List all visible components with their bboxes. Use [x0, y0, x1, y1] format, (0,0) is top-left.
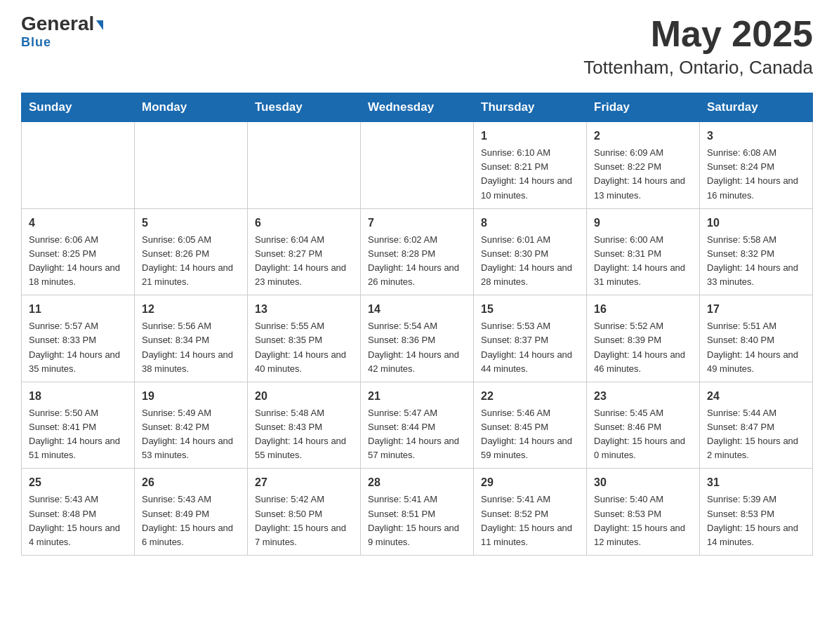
day-info: Sunrise: 5:43 AMSunset: 8:49 PMDaylight:…: [142, 492, 240, 549]
calendar-cell: 31Sunrise: 5:39 AMSunset: 8:53 PMDayligh…: [700, 469, 813, 556]
calendar-cell: 21Sunrise: 5:47 AMSunset: 8:44 PMDayligh…: [361, 382, 474, 469]
day-number: 7: [368, 215, 466, 232]
calendar-cell: 26Sunrise: 5:43 AMSunset: 8:49 PMDayligh…: [135, 469, 248, 556]
weekday-header-saturday: Saturday: [700, 93, 813, 122]
calendar-table: SundayMondayTuesdayWednesdayThursdayFrid…: [21, 93, 813, 556]
day-number: 31: [707, 474, 805, 491]
day-number: 28: [368, 474, 466, 491]
logo-blue-text: Blue: [21, 35, 51, 50]
calendar-cell: 7Sunrise: 6:02 AMSunset: 8:28 PMDaylight…: [361, 208, 474, 295]
calendar-cell: 1Sunrise: 6:10 AMSunset: 8:21 PMDaylight…: [474, 122, 587, 209]
calendar-cell: 4Sunrise: 6:06 AMSunset: 8:25 PMDaylight…: [22, 208, 135, 295]
day-number: 2: [594, 128, 692, 145]
weekday-header-row: SundayMondayTuesdayWednesdayThursdayFrid…: [22, 93, 813, 122]
calendar-cell: 2Sunrise: 6:09 AMSunset: 8:22 PMDaylight…: [587, 122, 700, 209]
day-number: 29: [481, 474, 579, 491]
day-info: Sunrise: 5:48 AMSunset: 8:43 PMDaylight:…: [255, 406, 353, 463]
calendar-cell: 5Sunrise: 6:05 AMSunset: 8:26 PMDaylight…: [135, 208, 248, 295]
calendar-cell: 28Sunrise: 5:41 AMSunset: 8:51 PMDayligh…: [361, 469, 474, 556]
calendar-week-1: 1Sunrise: 6:10 AMSunset: 8:21 PMDaylight…: [22, 122, 813, 209]
calendar-body: 1Sunrise: 6:10 AMSunset: 8:21 PMDaylight…: [22, 122, 813, 556]
day-number: 10: [707, 215, 805, 232]
day-number: 25: [29, 474, 127, 491]
page-subtitle: Tottenham, Ontario, Canada: [583, 57, 813, 79]
calendar-cell: 17Sunrise: 5:51 AMSunset: 8:40 PMDayligh…: [700, 295, 813, 382]
logo-text: General: [21, 14, 103, 34]
calendar-cell: 14Sunrise: 5:54 AMSunset: 8:36 PMDayligh…: [361, 295, 474, 382]
day-number: 13: [255, 301, 353, 318]
day-info: Sunrise: 5:58 AMSunset: 8:32 PMDaylight:…: [707, 233, 805, 290]
day-info: Sunrise: 5:45 AMSunset: 8:46 PMDaylight:…: [594, 406, 692, 463]
day-info: Sunrise: 5:41 AMSunset: 8:52 PMDaylight:…: [481, 492, 579, 549]
day-info: Sunrise: 5:46 AMSunset: 8:45 PMDaylight:…: [481, 406, 579, 463]
day-number: 11: [29, 301, 127, 318]
day-number: 9: [594, 215, 692, 232]
calendar-cell: 3Sunrise: 6:08 AMSunset: 8:24 PMDaylight…: [700, 122, 813, 209]
logo: General Blue: [21, 14, 103, 50]
day-number: 1: [481, 128, 579, 145]
day-info: Sunrise: 6:09 AMSunset: 8:22 PMDaylight:…: [594, 146, 692, 203]
weekday-header-friday: Friday: [587, 93, 700, 122]
day-number: 14: [368, 301, 466, 318]
calendar-week-4: 18Sunrise: 5:50 AMSunset: 8:41 PMDayligh…: [22, 382, 813, 469]
day-info: Sunrise: 6:01 AMSunset: 8:30 PMDaylight:…: [481, 233, 579, 290]
day-number: 30: [594, 474, 692, 491]
calendar-cell: 24Sunrise: 5:44 AMSunset: 8:47 PMDayligh…: [700, 382, 813, 469]
calendar-week-2: 4Sunrise: 6:06 AMSunset: 8:25 PMDaylight…: [22, 208, 813, 295]
day-number: 19: [142, 388, 240, 405]
day-number: 12: [142, 301, 240, 318]
day-number: 20: [255, 388, 353, 405]
calendar-cell: 29Sunrise: 5:41 AMSunset: 8:52 PMDayligh…: [474, 469, 587, 556]
calendar-week-3: 11Sunrise: 5:57 AMSunset: 8:33 PMDayligh…: [22, 295, 813, 382]
calendar-cell: 16Sunrise: 5:52 AMSunset: 8:39 PMDayligh…: [587, 295, 700, 382]
calendar-cell: [135, 122, 248, 209]
day-info: Sunrise: 5:47 AMSunset: 8:44 PMDaylight:…: [368, 406, 466, 463]
title-block: May 2025 Tottenham, Ontario, Canada: [583, 14, 813, 79]
day-info: Sunrise: 6:10 AMSunset: 8:21 PMDaylight:…: [481, 146, 579, 203]
calendar-cell: 25Sunrise: 5:43 AMSunset: 8:48 PMDayligh…: [22, 469, 135, 556]
calendar-cell: 12Sunrise: 5:56 AMSunset: 8:34 PMDayligh…: [135, 295, 248, 382]
day-info: Sunrise: 6:08 AMSunset: 8:24 PMDaylight:…: [707, 146, 805, 203]
day-info: Sunrise: 6:06 AMSunset: 8:25 PMDaylight:…: [29, 233, 127, 290]
day-info: Sunrise: 5:50 AMSunset: 8:41 PMDaylight:…: [29, 406, 127, 463]
day-info: Sunrise: 5:53 AMSunset: 8:37 PMDaylight:…: [481, 319, 579, 376]
day-number: 15: [481, 301, 579, 318]
day-info: Sunrise: 5:52 AMSunset: 8:39 PMDaylight:…: [594, 319, 692, 376]
day-info: Sunrise: 5:39 AMSunset: 8:53 PMDaylight:…: [707, 492, 805, 549]
calendar-cell: 30Sunrise: 5:40 AMSunset: 8:53 PMDayligh…: [587, 469, 700, 556]
calendar-cell: 19Sunrise: 5:49 AMSunset: 8:42 PMDayligh…: [135, 382, 248, 469]
day-info: Sunrise: 6:04 AMSunset: 8:27 PMDaylight:…: [255, 233, 353, 290]
calendar-header: SundayMondayTuesdayWednesdayThursdayFrid…: [22, 93, 813, 122]
calendar-cell: 9Sunrise: 6:00 AMSunset: 8:31 PMDaylight…: [587, 208, 700, 295]
day-info: Sunrise: 6:00 AMSunset: 8:31 PMDaylight:…: [594, 233, 692, 290]
page-title: May 2025: [583, 14, 813, 54]
calendar-cell: 6Sunrise: 6:04 AMSunset: 8:27 PMDaylight…: [248, 208, 361, 295]
calendar-cell: 22Sunrise: 5:46 AMSunset: 8:45 PMDayligh…: [474, 382, 587, 469]
day-number: 3: [707, 128, 805, 145]
day-number: 8: [481, 215, 579, 232]
page-header: General Blue May 2025 Tottenham, Ontario…: [21, 14, 813, 79]
calendar-cell: 27Sunrise: 5:42 AMSunset: 8:50 PMDayligh…: [248, 469, 361, 556]
weekday-header-thursday: Thursday: [474, 93, 587, 122]
day-number: 6: [255, 215, 353, 232]
day-number: 5: [142, 215, 240, 232]
calendar-cell: 13Sunrise: 5:55 AMSunset: 8:35 PMDayligh…: [248, 295, 361, 382]
day-number: 22: [481, 388, 579, 405]
day-info: Sunrise: 5:55 AMSunset: 8:35 PMDaylight:…: [255, 319, 353, 376]
calendar-cell: [248, 122, 361, 209]
day-number: 17: [707, 301, 805, 318]
calendar-cell: 18Sunrise: 5:50 AMSunset: 8:41 PMDayligh…: [22, 382, 135, 469]
day-number: 23: [594, 388, 692, 405]
calendar-cell: 8Sunrise: 6:01 AMSunset: 8:30 PMDaylight…: [474, 208, 587, 295]
day-number: 27: [255, 474, 353, 491]
calendar-cell: [361, 122, 474, 209]
calendar-cell: 15Sunrise: 5:53 AMSunset: 8:37 PMDayligh…: [474, 295, 587, 382]
day-info: Sunrise: 5:51 AMSunset: 8:40 PMDaylight:…: [707, 319, 805, 376]
day-info: Sunrise: 5:49 AMSunset: 8:42 PMDaylight:…: [142, 406, 240, 463]
weekday-header-wednesday: Wednesday: [361, 93, 474, 122]
day-info: Sunrise: 5:44 AMSunset: 8:47 PMDaylight:…: [707, 406, 805, 463]
weekday-header-sunday: Sunday: [22, 93, 135, 122]
calendar-cell: 23Sunrise: 5:45 AMSunset: 8:46 PMDayligh…: [587, 382, 700, 469]
calendar-cell: 10Sunrise: 5:58 AMSunset: 8:32 PMDayligh…: [700, 208, 813, 295]
day-info: Sunrise: 6:05 AMSunset: 8:26 PMDaylight:…: [142, 233, 240, 290]
